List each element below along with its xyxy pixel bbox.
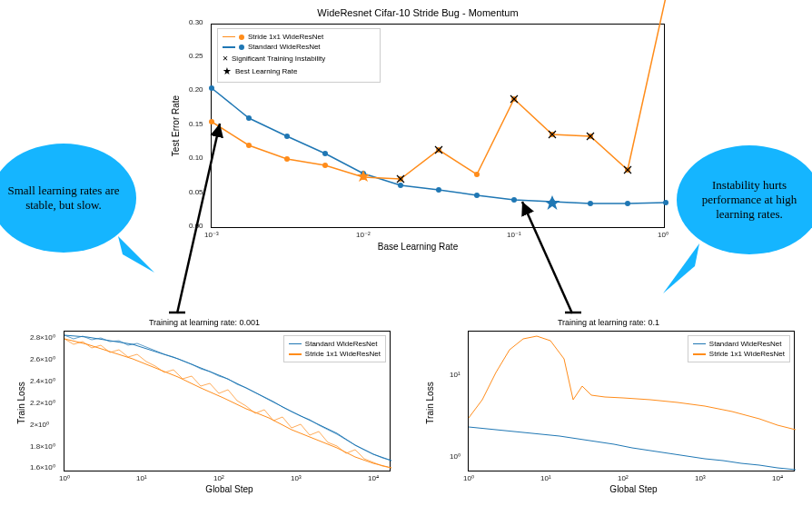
top-plot-area: Stride 1x1 WideResNet Standard WideResNe… xyxy=(211,24,665,228)
ytick: 0.10 xyxy=(189,154,203,162)
small-left-ylabel: Train Loss xyxy=(16,382,26,423)
svg-point-15 xyxy=(284,156,290,162)
small-right-title: Training at learning rate: 0.1 xyxy=(418,318,799,327)
svg-point-7 xyxy=(474,193,480,198)
xtick: 10¹ xyxy=(136,474,147,482)
svg-point-3 xyxy=(322,151,328,156)
ytick: 10⁰ xyxy=(450,452,460,461)
bubble-right-text: Instability hurts performance at high le… xyxy=(689,178,809,222)
svg-point-10 xyxy=(588,201,593,206)
xtick: 10¹ xyxy=(540,474,551,482)
ytick: 2.4×10⁰ xyxy=(30,377,55,385)
bubble-left: Small learning rates are stable, but slo… xyxy=(0,144,136,253)
svg-point-1 xyxy=(246,115,252,121)
svg-point-2 xyxy=(284,134,290,139)
top-legend: Stride 1x1 WideResNet Standard WideResNe… xyxy=(217,28,381,83)
xtick: 10³ xyxy=(695,474,706,482)
svg-point-0 xyxy=(209,85,214,91)
small-right-legend: Standard WideResNet Stride 1x1 WideResNe… xyxy=(688,335,790,362)
svg-point-11 xyxy=(625,201,630,206)
small-left-legend: Standard WideResNet Stride 1x1 WideResNe… xyxy=(283,335,386,362)
svg-point-20 xyxy=(474,172,480,177)
xtick: 10⁻³ xyxy=(204,231,219,239)
small-left-plot: Standard WideResNet Stride 1x1 WideResNe… xyxy=(64,331,391,471)
small-chart-right: Training at learning rate: 0.1 Standard … xyxy=(418,318,799,495)
small-left-xlabel: Global Step xyxy=(64,484,395,494)
ytick: 1.8×10⁰ xyxy=(30,442,55,451)
svg-point-16 xyxy=(322,163,328,168)
top-xlabel: Base Learning Rate xyxy=(163,242,672,252)
ytick: 2×10⁰ xyxy=(30,421,49,429)
small-left-title: Training at learning rate: 0.001 xyxy=(14,318,395,327)
legend-standard: Standard WideResNet xyxy=(248,42,321,52)
small-right-ylabel: Train Loss xyxy=(425,382,435,423)
xtick: 10⁰ xyxy=(463,474,474,482)
top-chart-title: WideResnet Cifar-10 Stride Bug - Momentu… xyxy=(163,7,672,18)
xtick: 10⁴ xyxy=(772,474,783,482)
legend-stride: Stride 1x1 WideResNet xyxy=(248,32,323,42)
ytick: 1.6×10⁰ xyxy=(30,463,55,471)
ytick: 0.25 xyxy=(189,52,203,60)
small-chart-left: Training at learning rate: 0.001 Standar… xyxy=(14,318,395,495)
legend-instability: Significant Training Instability xyxy=(232,54,325,64)
xtick: 10⁻¹ xyxy=(507,231,521,239)
leg-standard: Standard WideResNet xyxy=(305,339,378,349)
bubble-right: Instability hurts performance at high le… xyxy=(677,145,812,254)
svg-point-12 xyxy=(663,200,668,205)
xtick: 10² xyxy=(213,474,224,482)
ytick: 0.05 xyxy=(189,188,203,196)
ytick: 0.15 xyxy=(189,120,203,128)
small-right-plot: Standard WideResNet Stride 1x1 WideResNe… xyxy=(468,331,795,471)
bubble-left-text: Small learning rates are stable, but slo… xyxy=(4,184,124,213)
leg-stride: Stride 1x1 WideResNet xyxy=(305,349,381,359)
leg-standard-r: Standard WideResNet xyxy=(709,339,782,349)
ytick: 0.20 xyxy=(189,85,203,94)
xtick: 10⁰ xyxy=(59,474,70,482)
xtick: 10⁴ xyxy=(368,474,379,482)
xtick: 10² xyxy=(618,474,629,482)
svg-point-13 xyxy=(209,119,214,124)
xtick: 10³ xyxy=(291,474,302,482)
svg-point-14 xyxy=(246,143,252,148)
ytick: 10¹ xyxy=(450,371,460,379)
small-right-xlabel: Global Step xyxy=(468,484,799,494)
bubble-right-tail xyxy=(654,243,708,307)
xtick: 10⁻² xyxy=(356,231,371,239)
leg-stride-r: Stride 1x1 WideResNet xyxy=(709,349,785,359)
top-ylabel: Test Error Rate xyxy=(171,95,181,156)
top-chart: WideResnet Cifar-10 Stride Bug - Momentu… xyxy=(163,7,672,253)
ytick: 2.6×10⁰ xyxy=(30,355,55,363)
svg-point-5 xyxy=(398,183,403,188)
xtick: 10⁰ xyxy=(658,231,668,239)
ytick: 0.00 xyxy=(189,222,203,230)
ytick: 0.30 xyxy=(189,18,203,26)
svg-point-8 xyxy=(511,197,517,203)
bubble-left-tail xyxy=(118,236,173,291)
legend-best: Best Learning Rate xyxy=(235,66,298,76)
svg-point-6 xyxy=(436,187,441,193)
ytick: 2.8×10⁰ xyxy=(30,333,55,342)
ytick: 2.2×10⁰ xyxy=(30,399,55,407)
